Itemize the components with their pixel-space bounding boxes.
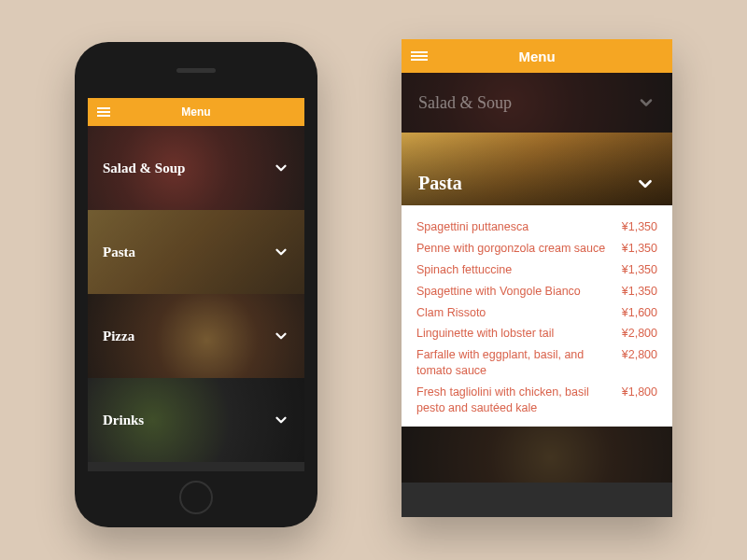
menu-item-price: ¥1,350 [622,284,657,300]
category-label: Salad & Soup [103,161,185,176]
expanded-panel: Menu Salad & Soup Pasta Spagettini putta… [402,39,672,517]
home-button[interactable] [179,481,213,514]
menu-item-price: ¥1,800 [622,385,657,400]
category-label: Drinks [103,413,144,428]
category-below-cropped [402,427,672,483]
menu-item[interactable]: Linguinette with lobster tail ¥2,800 [416,323,657,344]
menu-item[interactable]: Spinach fettuccine ¥1,350 [416,259,657,281]
category-drinks[interactable]: Drinks [88,378,304,462]
app-header: Menu [88,98,304,126]
category-pasta[interactable]: Pasta [88,210,304,294]
menu-item-price: ¥1,350 [622,219,657,235]
menu-item[interactable]: Clam Rissoto ¥1,600 [416,302,657,324]
chevron-down-icon [635,174,655,194]
menu-item-name: Farfalle with eggplant, basil, and tomat… [416,347,613,379]
category-salad-soup[interactable]: Salad & Soup [88,126,304,210]
category-pasta-expanded[interactable]: Pasta [402,133,672,205]
category-salad-soup-collapsed[interactable]: Salad & Soup [402,73,672,133]
category-label: Pasta [103,245,135,260]
category-pizza[interactable]: Pizza [88,294,304,378]
menu-item-name: Clam Rissoto [416,305,613,321]
menu-item-name: Linguinette with lobster tail [416,326,613,342]
chevron-down-icon [273,412,289,428]
menu-item-name: Fresh tagliolini with chicken, basil pes… [416,385,613,416]
menu-item[interactable]: Farfalle with eggplant, basil, and tomat… [416,344,657,382]
menu-item[interactable]: Penne with gorgonzola cream sauce ¥1,350 [416,238,657,259]
menu-item[interactable]: Spagettini puttanesca ¥1,350 [416,217,657,238]
header-title: Menu [181,105,210,119]
header-title: Menu [518,49,555,64]
app-header: Menu [402,39,672,73]
menu-item-price: ¥1,350 [622,262,657,278]
chevron-down-icon [273,244,289,260]
menu-item-name: Spagettine with Vongole Bianco [416,284,613,300]
menu-item-price: ¥2,800 [622,347,657,363]
hamburger-icon[interactable] [411,51,428,61]
category-label: Salad & Soup [418,93,512,113]
menu-item-price: ¥2,800 [622,326,657,342]
menu-item-price: ¥1,600 [622,305,657,321]
chevron-down-icon [273,328,289,344]
menu-item-name: Spagettini puttanesca [416,219,613,235]
menu-item[interactable]: Fresh tagliolini with chicken, basil pes… [416,382,657,419]
menu-item-name: Spinach fettuccine [416,262,613,278]
menu-item-name: Penne with gorgonzola cream sauce [416,241,613,257]
menu-item-list: Spagettini puttanesca ¥1,350 Penne with … [402,205,672,427]
chevron-down-icon [637,93,655,112]
category-label: Pizza [103,329,134,344]
menu-item[interactable]: Spagettine with Vongole Bianco ¥1,350 [416,281,657,302]
phone-mock: Menu Salad & Soup Pasta Pizza Drink [75,42,317,527]
menu-item-price: ¥1,350 [622,241,657,257]
category-label: Pasta [418,173,462,194]
phone-screen: Menu Salad & Soup Pasta Pizza Drink [88,98,304,471]
hamburger-icon[interactable] [97,107,110,117]
chevron-down-icon [273,160,289,176]
